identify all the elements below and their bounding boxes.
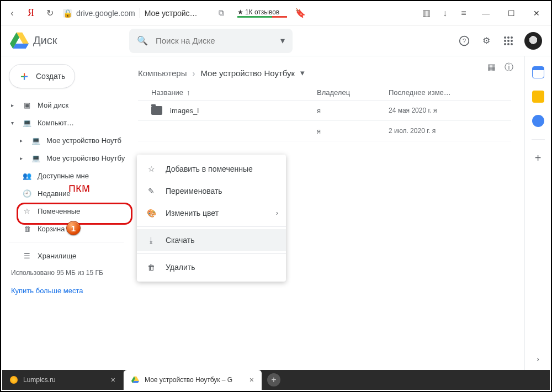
- pencil-icon: ✎: [146, 186, 157, 197]
- search-bar[interactable]: 🔍 ▾: [129, 29, 293, 53]
- collapse-panel-icon[interactable]: ›: [537, 354, 539, 363]
- chevron-right-icon: ›: [276, 209, 278, 217]
- star-outline-icon: ☆: [146, 163, 157, 174]
- svg-point-2: [504, 36, 506, 39]
- window-close[interactable]: ✕: [528, 9, 545, 18]
- nav-recent[interactable]: ▸ 🕘 Недавние: [1, 184, 131, 202]
- nav-storage[interactable]: ▸ ☰ Хранилище: [1, 247, 131, 264]
- column-headers: Название ↑ Владелец Последнее изме…: [138, 84, 511, 100]
- rating-bar: [237, 16, 287, 18]
- bookmark-icon[interactable]: 🔖: [295, 8, 306, 19]
- svg-point-4: [511, 36, 513, 39]
- column-owner[interactable]: Владелец: [317, 88, 389, 97]
- calendar-addon-icon[interactable]: [532, 66, 544, 78]
- tab-title: Мое устройство Ноутбук – G: [145, 376, 232, 384]
- annotation-pkm: ПКМ: [68, 183, 90, 195]
- drive-brand-label: Диск: [33, 34, 57, 47]
- menu-add-starred[interactable]: ☆ Добавить в помеченные: [137, 158, 286, 180]
- storage-usage-text: Использовано 95 МБ из 15 ГБ: [1, 264, 131, 281]
- menu-download[interactable]: ⭳ Скачать: [137, 229, 286, 251]
- account-avatar[interactable]: [524, 32, 542, 50]
- column-name[interactable]: Название ↑: [151, 88, 317, 97]
- keep-addon-icon[interactable]: [532, 91, 544, 103]
- buy-storage-link[interactable]: Купить больше места: [1, 281, 131, 300]
- settings-gear-icon[interactable]: ⚙: [480, 35, 492, 47]
- chevron-right-icon: ›: [192, 68, 195, 78]
- downloads-icon[interactable]: ↓: [439, 8, 450, 19]
- tasks-addon-icon[interactable]: [532, 115, 544, 127]
- breadcrumb-dropdown-icon[interactable]: ▾: [300, 68, 305, 78]
- yandex-home-icon[interactable]: Я: [25, 8, 36, 19]
- nav-my-drive[interactable]: ▸ ▣ Мой диск: [1, 96, 131, 114]
- folder-icon: [151, 106, 162, 115]
- nav-computers[interactable]: ▾ 💻 Компьют…: [1, 114, 131, 131]
- shared-icon: 👥: [22, 171, 32, 181]
- my-drive-icon: ▣: [22, 100, 32, 110]
- menu-rename[interactable]: ✎ Переименовать: [137, 180, 286, 202]
- new-tab-button[interactable]: +: [267, 373, 280, 386]
- row-owner: я: [317, 107, 389, 115]
- menu-change-color[interactable]: 🎨 Изменить цвет ›: [137, 202, 286, 224]
- browser-tab-2[interactable]: Мое устройство Ноутбук – G ×: [124, 370, 262, 390]
- sort-asc-icon: ↑: [187, 88, 190, 97]
- favicon-icon: [131, 376, 139, 384]
- search-input[interactable]: [156, 36, 273, 45]
- trash-icon: 🗑: [146, 262, 157, 273]
- info-icon[interactable]: ⓘ: [505, 62, 513, 73]
- file-row[interactable]: images_l я 24 мая 2020 г. я: [138, 100, 511, 121]
- drive-logo[interactable]: Диск: [10, 31, 120, 50]
- lock-icon: 🔒: [63, 9, 72, 18]
- laptop-icon: 💻: [31, 135, 41, 145]
- drive-triangle-icon: [10, 31, 29, 50]
- star-icon: ☆: [22, 206, 32, 216]
- menu-separator: [137, 226, 286, 227]
- extensions-icon[interactable]: ▥: [421, 8, 432, 19]
- favicon-icon: [10, 376, 18, 384]
- svg-point-5: [504, 40, 506, 42]
- browser-tab-1[interactable]: Lumpics.ru ×: [2, 370, 124, 390]
- row-name: images_l: [170, 107, 317, 115]
- site-rating[interactable]: ★ 1К отзывов: [237, 8, 287, 18]
- help-icon[interactable]: ?: [458, 35, 470, 47]
- svg-point-6: [507, 40, 509, 42]
- menu-separator: [137, 253, 286, 254]
- nav-device-2[interactable]: ▸ 💻 Мое устройство Ноутбу: [1, 149, 131, 167]
- breadcrumb-level-1[interactable]: Компьютеры: [138, 68, 187, 78]
- close-tab-icon[interactable]: ×: [111, 375, 115, 384]
- grid-view-icon[interactable]: ▦: [487, 62, 496, 73]
- apps-grid-icon[interactable]: [502, 35, 514, 47]
- browser-toolbar: ‹ Я ↻ 🔒 drive.google.com Мое устройс… ⧉ …: [1, 1, 551, 25]
- back-icon[interactable]: ‹: [7, 8, 18, 19]
- chevron-down-icon: ▾: [11, 120, 17, 126]
- nav-starred[interactable]: ▸ ☆ Помеченные: [1, 202, 131, 220]
- external-icon[interactable]: ⧉: [219, 8, 224, 18]
- create-button[interactable]: ＋ Создать: [9, 64, 75, 88]
- row-owner: я: [317, 127, 389, 135]
- laptop-icon: 💻: [31, 153, 41, 163]
- chevron-right-icon: ▸: [11, 102, 17, 108]
- svg-point-7: [511, 40, 513, 42]
- palette-icon: 🎨: [146, 208, 157, 219]
- nav-device-1[interactable]: ▸ 💻 Мое устройство Ноутб: [1, 131, 131, 149]
- context-menu: ☆ Добавить в помеченные ✎ Переименовать …: [137, 155, 286, 282]
- close-tab-icon[interactable]: ×: [250, 375, 254, 384]
- add-addon-icon[interactable]: +: [535, 152, 542, 165]
- row-date: 24 мая 2020 г. я: [389, 107, 437, 114]
- search-options-icon[interactable]: ▾: [280, 35, 285, 46]
- column-modified[interactable]: Последнее изме…: [389, 88, 511, 97]
- window-minimize[interactable]: —: [477, 9, 495, 18]
- address-bar[interactable]: 🔒 drive.google.com Мое устройс… ⧉: [63, 8, 224, 18]
- chevron-right-icon: ▸: [20, 137, 25, 144]
- reload-icon[interactable]: ↻: [44, 8, 55, 19]
- menu-icon[interactable]: ≡: [458, 8, 469, 19]
- drive-header: Диск 🔍 ▾ ? ⚙: [1, 25, 551, 56]
- tab-title: Lumpics.ru: [23, 376, 56, 384]
- file-row[interactable]: я 2 июл. 2020 г. я: [138, 121, 511, 141]
- nav-shared[interactable]: ▸ 👥 Доступные мне: [1, 167, 131, 184]
- menu-delete[interactable]: 🗑 Удалить: [137, 256, 286, 278]
- svg-text:?: ?: [463, 38, 466, 44]
- svg-point-8: [504, 43, 506, 45]
- breadcrumb-current[interactable]: Мое устройство Ноутбук: [200, 68, 295, 78]
- trash-icon: 🗑: [22, 224, 32, 234]
- window-maximize[interactable]: ☐: [502, 9, 520, 18]
